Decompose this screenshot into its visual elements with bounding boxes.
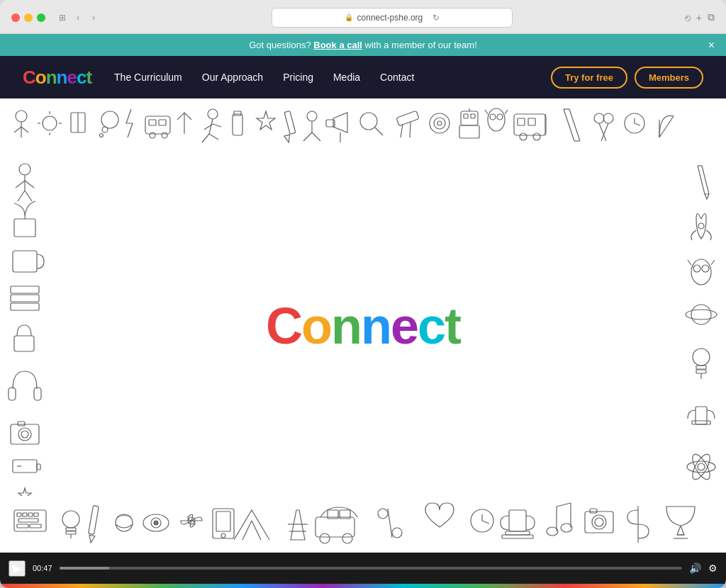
- address-bar[interactable]: 🔒 connect-pshe.org ↻: [272, 8, 513, 28]
- main-content: Connect: [0, 98, 726, 588]
- logo-letter-n1: n: [46, 67, 57, 88]
- svg-rect-40: [396, 111, 419, 126]
- nav-link-media[interactable]: Media: [333, 72, 360, 83]
- svg-line-42: [410, 122, 411, 137]
- refresh-icon[interactable]: ↻: [432, 13, 440, 23]
- svg-marker-95: [18, 488, 31, 496]
- copy-icon[interactable]: ⧉: [708, 11, 715, 23]
- svg-rect-93: [37, 464, 40, 470]
- svg-point-120: [693, 349, 710, 366]
- hero-logo-c2: c: [418, 298, 445, 354]
- browser-window: ⊞ ‹ › 🔒 connect-pshe.org ↻ ⎋ + ⧉ Got que…: [0, 0, 726, 588]
- svg-rect-81: [13, 251, 37, 272]
- svg-line-116: [688, 260, 691, 265]
- svg-point-12: [102, 127, 108, 132]
- announcement-text-after: with a member of our team!: [365, 40, 477, 50]
- doodle-left-svg: [0, 155, 50, 496]
- svg-line-108: [698, 166, 705, 194]
- maximize-button[interactable]: [37, 13, 45, 22]
- logo-letter-o: o: [35, 67, 46, 88]
- svg-rect-148: [17, 524, 28, 528]
- svg-line-79: [25, 191, 32, 201]
- svg-rect-125: [692, 421, 710, 424]
- svg-point-119: [686, 310, 717, 320]
- svg-line-39: [375, 128, 383, 135]
- hero-logo-e: e: [391, 298, 418, 354]
- logo-letter-c: C: [23, 67, 35, 88]
- svg-point-150: [62, 511, 79, 528]
- svg-point-115: [702, 265, 709, 272]
- svg-rect-26: [233, 114, 242, 135]
- close-button[interactable]: [11, 13, 20, 22]
- svg-line-78: [18, 191, 25, 201]
- svg-line-22: [202, 134, 209, 142]
- announcement-bar: Got questions? Book a call with a member…: [0, 34, 726, 56]
- svg-point-44: [434, 118, 445, 129]
- announcement-link[interactable]: Book a call: [313, 40, 362, 50]
- site-logo[interactable]: Connect: [23, 67, 91, 89]
- lock-icon: 🔒: [345, 13, 353, 21]
- svg-line-117: [711, 260, 715, 265]
- svg-rect-47: [464, 114, 468, 118]
- doodle-left: [0, 155, 50, 496]
- hero-logo-o: o: [301, 298, 331, 354]
- new-tab-icon[interactable]: +: [696, 12, 702, 23]
- announcement-text-before: Got questions?: [249, 40, 311, 50]
- forward-button[interactable]: ›: [88, 12, 99, 23]
- svg-line-63: [569, 109, 580, 141]
- svg-rect-121: [696, 366, 706, 369]
- website: Got questions? Book a call with a member…: [0, 34, 726, 588]
- svg-line-72: [635, 123, 640, 125]
- video-play-button[interactable]: ▶: [9, 560, 26, 577]
- svg-point-118: [691, 305, 711, 324]
- svg-rect-27: [234, 111, 241, 115]
- try-for-free-button[interactable]: Try for free: [551, 67, 627, 89]
- nav-link-curriculum[interactable]: The Curriculum: [114, 72, 182, 83]
- svg-point-171: [342, 533, 352, 543]
- video-player: ▶ 00:47 🔊 ⚙: [0, 553, 726, 584]
- navbar: Connect The Curriculum Our Approach Pric…: [0, 56, 726, 98]
- svg-point-0: [16, 111, 27, 122]
- doodle-bottom: [0, 496, 726, 553]
- svg-rect-147: [18, 519, 38, 522]
- svg-rect-91: [18, 422, 25, 426]
- logo-letter-e: e: [67, 67, 76, 88]
- svg-line-109: [702, 166, 709, 194]
- svg-line-184: [557, 503, 571, 507]
- svg-rect-146: [34, 513, 38, 516]
- svg-point-90: [21, 431, 28, 438]
- traffic-lights: [11, 13, 45, 22]
- svg-line-76: [16, 181, 25, 188]
- share-icon[interactable]: ⎋: [685, 12, 691, 23]
- hero-logo-n1: n: [331, 298, 361, 354]
- nav-link-approach[interactable]: Our Approach: [202, 72, 263, 83]
- svg-rect-92: [13, 460, 37, 473]
- svg-rect-154: [89, 506, 99, 535]
- svg-rect-180: [509, 510, 526, 531]
- svg-point-57: [520, 133, 527, 140]
- announcement-close-button[interactable]: ×: [708, 40, 715, 51]
- svg-rect-84: [11, 303, 39, 310]
- svg-line-23: [209, 134, 218, 140]
- svg-rect-151: [66, 528, 76, 531]
- svg-point-159: [154, 521, 158, 525]
- video-progress-bar[interactable]: [60, 567, 682, 570]
- sidebar-toggle-button[interactable]: ⊞: [57, 12, 68, 23]
- hero-logo-t: t: [445, 298, 460, 354]
- svg-rect-59: [518, 118, 525, 125]
- svg-rect-163: [216, 511, 230, 531]
- svg-rect-60: [528, 118, 535, 125]
- logo-letter-t: t: [86, 67, 91, 88]
- svg-marker-155: [88, 535, 95, 543]
- minimize-button[interactable]: [24, 13, 33, 22]
- back-button[interactable]: ‹: [72, 12, 84, 23]
- members-button[interactable]: Members: [635, 67, 703, 89]
- svg-rect-82: [11, 286, 39, 293]
- nav-link-contact[interactable]: Contact: [380, 72, 414, 83]
- video-volume-icon[interactable]: 🔊: [689, 562, 701, 574]
- svg-rect-87: [34, 388, 41, 400]
- doodle-frame: Connect: [0, 98, 726, 553]
- svg-point-175: [392, 528, 402, 538]
- video-settings-icon[interactable]: ⚙: [708, 562, 717, 574]
- nav-link-pricing[interactable]: Pricing: [283, 72, 313, 83]
